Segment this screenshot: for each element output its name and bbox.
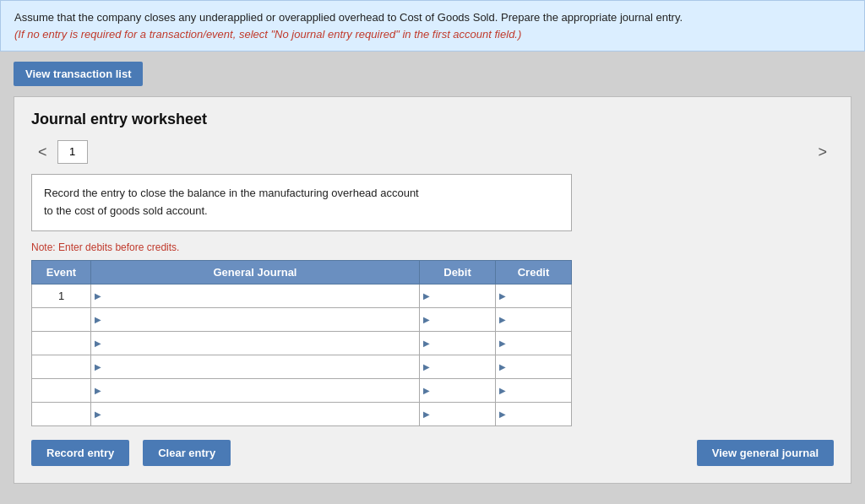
view-transaction-button[interactable]: View transaction list <box>14 62 143 86</box>
description-line1: Record the entry to close the balance in… <box>44 187 419 199</box>
journal-table: Event General Journal Debit Credit 1 <box>31 260 572 426</box>
debit-cell[interactable] <box>420 331 496 355</box>
debit-cell[interactable] <box>420 307 496 331</box>
instruction-line2: (If no entry is required for a transacti… <box>14 28 521 41</box>
event-cell <box>32 331 91 355</box>
debit-cell[interactable] <box>420 378 496 402</box>
journal-cell[interactable] <box>91 284 420 307</box>
table-row <box>32 307 572 331</box>
journal-cell[interactable] <box>91 355 420 378</box>
event-cell <box>32 307 91 331</box>
credit-cell[interactable] <box>496 331 572 355</box>
description-line2: to the cost of goods sold account. <box>44 204 208 217</box>
credit-cell[interactable] <box>496 378 572 402</box>
prev-arrow[interactable]: < <box>31 142 54 163</box>
instruction-line1: Assume that the company closes any under… <box>14 11 683 24</box>
event-cell: 1 <box>32 284 91 307</box>
credit-cell[interactable] <box>496 402 572 425</box>
debit-cell[interactable] <box>420 355 496 378</box>
credit-cell[interactable] <box>496 284 572 307</box>
table-row <box>32 331 572 355</box>
table-row <box>32 355 572 378</box>
credit-cell[interactable] <box>496 307 572 331</box>
record-entry-button[interactable]: Record entry <box>31 440 129 466</box>
table-row <box>32 378 572 402</box>
debit-cell[interactable] <box>420 402 496 425</box>
journal-cell[interactable] <box>91 378 420 402</box>
journal-cell[interactable] <box>91 331 420 355</box>
button-row: Record entry Clear entry View general jo… <box>31 440 834 466</box>
debit-cell[interactable] <box>420 284 496 307</box>
note-text: Note: Enter debits before credits. <box>31 241 834 253</box>
instruction-box: Assume that the company closes any under… <box>0 0 865 51</box>
journal-cell[interactable] <box>91 307 420 331</box>
event-cell <box>32 402 91 425</box>
page-number: 1 <box>57 140 88 164</box>
clear-entry-button[interactable]: Clear entry <box>143 440 231 466</box>
event-cell <box>32 355 91 378</box>
col-header-event: Event <box>32 260 91 284</box>
col-header-credit: Credit <box>496 260 572 284</box>
journal-cell[interactable] <box>91 402 420 425</box>
next-arrow[interactable]: > <box>811 142 834 163</box>
worksheet-title: Journal entry worksheet <box>31 111 834 128</box>
credit-cell[interactable] <box>496 355 572 378</box>
col-header-debit: Debit <box>420 260 496 284</box>
col-header-general-journal: General Journal <box>91 260 420 284</box>
event-cell <box>32 378 91 402</box>
worksheet-container: Journal entry worksheet < 1 > Record the… <box>14 96 851 484</box>
description-box: Record the entry to close the balance in… <box>31 174 572 231</box>
table-row: 1 <box>32 284 572 307</box>
table-row <box>32 402 572 425</box>
nav-row: < 1 > <box>31 140 834 164</box>
view-general-journal-button[interactable]: View general journal <box>697 440 834 466</box>
